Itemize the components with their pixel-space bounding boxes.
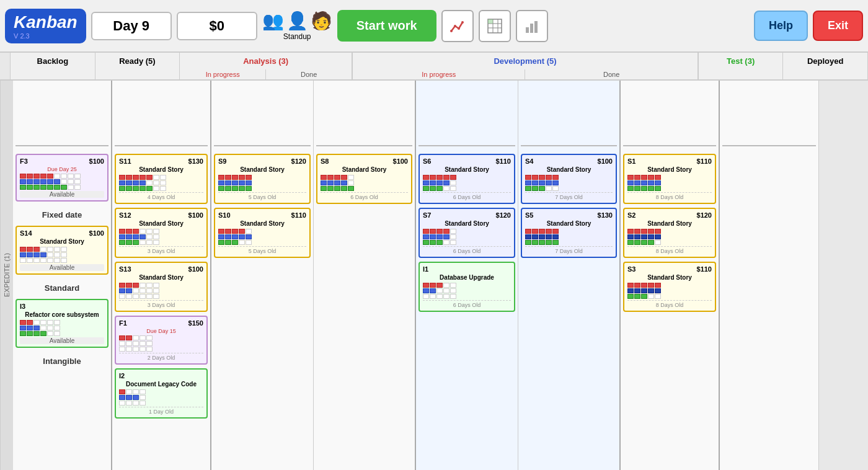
card-S14-title: Standard Story [20, 238, 104, 245]
card-F1[interactable]: F1$150 Due Day 15 2 Days Old [115, 316, 208, 365]
dev-done-col: S4$100 Standard Story 7 Days Old S5$130 … [518, 81, 621, 470]
card-I3[interactable]: I3 Refactor core subsystem [16, 299, 108, 348]
person-icon-2: 👤 [286, 11, 308, 31]
card-F3-bars [20, 174, 104, 190]
card-S14-id: S14 [20, 229, 32, 237]
logo: Kanban V 2.3 [5, 9, 86, 43]
analysis-done-label: Done [266, 69, 352, 79]
table-icon-btn[interactable] [479, 10, 511, 42]
svg-point-1 [454, 25, 456, 27]
analysis-done-col: S8$100 Standard Story 6 Days Old [314, 81, 416, 470]
board-body: EXPEDITE (1) F3 $100 Due Day 25 [0, 81, 868, 470]
svg-rect-11 [530, 24, 533, 33]
card-S3[interactable]: S3$110 Standard Story 8 Days Old [623, 262, 716, 312]
card-I1[interactable]: I1 Database Upgrade 6 Days Old [418, 262, 515, 312]
card-I2[interactable]: I2 Document Legacy Code 1 Day Old [115, 368, 208, 419]
start-work-button[interactable]: Start work [337, 10, 436, 42]
deployed-col [720, 81, 819, 470]
board: Backlog Ready (5) Analysis (3) In progre… [0, 53, 868, 470]
svg-rect-12 [534, 21, 538, 33]
card-S7[interactable]: S7$120 Standard Story 6 Days Old [418, 208, 515, 258]
standup-box[interactable]: 👥 👤 🧑 Standup [262, 11, 332, 41]
backlog-col: F3 $100 Due Day 25 [13, 81, 112, 470]
svg-rect-9 [488, 19, 493, 24]
analysis-inprogress-col: S9$120 Standard Story 5 Days Old S10$110… [211, 81, 314, 470]
card-S6[interactable]: S6$110 Standard Story 6 Days Old [418, 154, 515, 204]
development-header: Development (5) [353, 53, 698, 69]
standard-label: Standard [16, 281, 108, 295]
deployed-header: Deployed [783, 53, 868, 79]
logo-version: V 2.3 [14, 32, 30, 40]
card-F3[interactable]: F3 $100 Due Day 25 [16, 154, 108, 202]
card-S10[interactable]: S10$110 Standard Story 5 Days Old [214, 208, 311, 258]
card-S14-value: $100 [89, 229, 104, 237]
columns: F3 $100 Due Day 25 [13, 81, 868, 470]
card-I3-available: Available [20, 337, 104, 344]
card-S2[interactable]: S2$120 Standard Story 8 Days Old [623, 208, 716, 258]
person-icon-1: 👥 [262, 11, 284, 31]
header: Kanban V 2.3 Day 9 $0 👥 👤 🧑 Standup Star… [0, 0, 868, 53]
column-headers: Backlog Ready (5) Analysis (3) In progre… [0, 53, 868, 81]
card-S1[interactable]: S1$110 Standard Story 8 Days Old [623, 154, 716, 204]
card-S5[interactable]: S5$130 Standard Story 7 Days Old [521, 208, 617, 258]
card-I3-title: Refactor core subsystem [20, 311, 104, 318]
card-S14[interactable]: S14 $100 Standard Story [16, 226, 108, 275]
expedite-label: EXPEDITE (1) [0, 81, 13, 470]
card-S14-bars [20, 247, 104, 263]
analysis-inprogress-label: In progress [180, 69, 266, 79]
card-S13[interactable]: S13$100 Standard Story 3 Days Old [115, 262, 208, 312]
help-button[interactable]: Help [754, 11, 808, 41]
card-F3-id: F3 [20, 157, 28, 165]
card-S4[interactable]: S4$100 Standard Story 7 Days Old [521, 154, 617, 204]
intangible-label: Intangible [16, 354, 108, 368]
fixed-date-label: Fixed date [16, 208, 108, 222]
standup-icons: 👥 👤 🧑 [262, 11, 332, 31]
card-F3-due: Due Day 25 [20, 166, 104, 172]
analysis-header: Analysis (3) [180, 53, 352, 69]
card-I3-id: I3 [20, 303, 25, 310]
card-F3-value: $100 [89, 157, 104, 165]
bar-chart-icon-btn[interactable] [516, 10, 548, 42]
chart-icon-btn[interactable] [441, 10, 474, 42]
svg-point-3 [461, 21, 464, 24]
ready-header: Ready (5) [95, 53, 180, 79]
exit-button[interactable]: Exit [813, 11, 863, 41]
logo-text: Kanban [14, 12, 78, 32]
dev-inprogress-label: In progress [353, 69, 525, 79]
backlog-header: Backlog [11, 53, 95, 79]
test-header: Test (3) [699, 53, 784, 79]
card-S12[interactable]: S12$100 Standard Story 3 Days Old [115, 208, 208, 258]
card-S14-available: Available [20, 264, 104, 271]
money-display: $0 [177, 12, 257, 40]
svg-rect-10 [526, 27, 529, 33]
card-F3-available: Available [20, 191, 104, 198]
test-col: S1$110 Standard Story 8 Days Old S2$120 … [621, 81, 720, 470]
card-S11[interactable]: S11$130 Standard Story 4 Days Old [115, 154, 208, 204]
dev-done-label: Done [525, 69, 698, 79]
svg-point-2 [458, 27, 460, 30]
day-display: Day 9 [91, 12, 172, 40]
ready-col: S11$130 Standard Story 4 Days Old S12$10… [112, 81, 211, 470]
svg-point-0 [450, 30, 453, 32]
standup-label: Standup [283, 32, 311, 41]
card-S8[interactable]: S8$100 Standard Story 6 Days Old [316, 154, 412, 204]
card-S9[interactable]: S9$120 Standard Story 5 Days Old [214, 154, 311, 204]
person-icon-3: 🧑 [311, 11, 332, 31]
dev-inprogress-col: S6$110 Standard Story 6 Days Old S7$120 … [416, 81, 518, 470]
card-I3-bars [20, 320, 104, 336]
